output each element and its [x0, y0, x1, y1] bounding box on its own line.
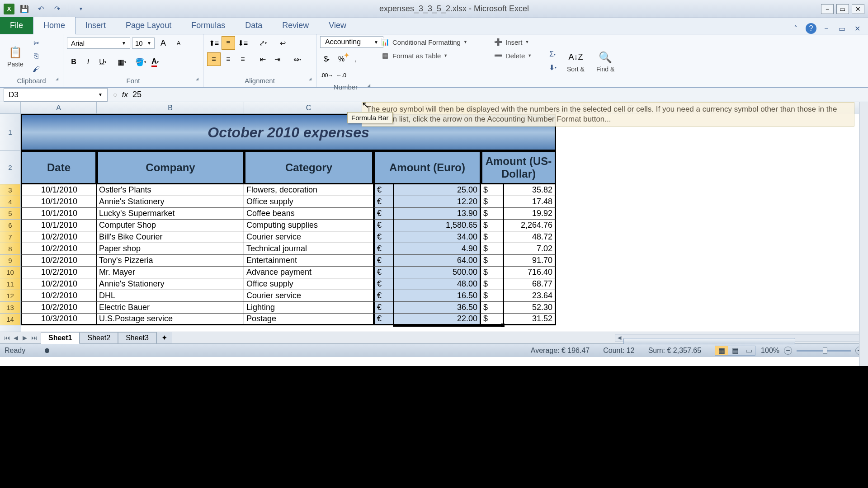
new-sheet-button[interactable]: ✦: [156, 332, 172, 344]
increase-decimal-icon[interactable]: .00→: [320, 69, 334, 82]
cell-date[interactable]: 10/2/2010: [21, 278, 97, 290]
align-center-icon[interactable]: ≡: [222, 52, 235, 66]
col-header-B[interactable]: B: [97, 102, 244, 114]
align-left-icon[interactable]: ≡: [207, 52, 221, 66]
decrease-decimal-icon[interactable]: ←.0: [335, 69, 348, 82]
cell-euro[interactable]: €36.50: [373, 302, 481, 314]
cell-euro[interactable]: €13.90: [373, 208, 481, 220]
sort-filter-button[interactable]: A↓Z Sort &: [563, 47, 588, 75]
tab-formulas[interactable]: Formulas: [181, 17, 235, 34]
delete-cells-button[interactable]: ➖Delete ▼: [492, 50, 539, 61]
conditional-formatting-button[interactable]: 📊Conditional Formatting ▼: [379, 36, 484, 48]
cell-category[interactable]: Office supply: [244, 278, 373, 290]
zoom-level[interactable]: 100%: [761, 347, 779, 355]
cell-euro[interactable]: €500.00: [373, 267, 481, 278]
first-sheet-icon[interactable]: ⏮: [3, 334, 11, 341]
cell-euro[interactable]: €12.20: [373, 196, 481, 208]
find-select-button[interactable]: 🔍 Find &: [593, 47, 618, 75]
bold-button[interactable]: B: [67, 55, 80, 69]
insert-cells-button[interactable]: ➕Insert ▼: [492, 36, 539, 48]
font-color-button[interactable]: A▾: [148, 55, 162, 69]
align-right-icon[interactable]: ≡: [236, 52, 250, 66]
cell-usd[interactable]: $716.40: [481, 267, 556, 278]
tab-home[interactable]: Home: [33, 17, 75, 34]
save-icon[interactable]: 💾: [18, 3, 31, 15]
cell-company[interactable]: Annie's Stationery: [97, 196, 244, 208]
fill-color-button[interactable]: 🪣▾: [134, 55, 147, 69]
cut-icon[interactable]: ✂: [30, 37, 42, 49]
cell-date[interactable]: 10/2/2010: [21, 255, 97, 267]
increase-font-icon[interactable]: A: [156, 36, 170, 50]
cell-usd[interactable]: $48.72: [481, 231, 556, 243]
cell-date[interactable]: 10/2/2010: [21, 267, 97, 278]
cell-euro[interactable]: €22.00: [373, 314, 481, 325]
cell-euro[interactable]: €4.90: [373, 243, 481, 255]
cell-usd[interactable]: $91.70: [481, 255, 556, 267]
align-middle-icon[interactable]: ≡: [222, 36, 235, 50]
cell-usd[interactable]: $23.64: [481, 290, 556, 302]
spreadsheet-grid[interactable]: A B C D E F G 1 2 3 4 5 6 7 8 9 10 11 12…: [0, 102, 868, 332]
cell-usd[interactable]: $2,264.76: [481, 220, 556, 231]
customize-qat-icon[interactable]: ▼: [75, 3, 87, 15]
sheet-tab-1[interactable]: Sheet1: [41, 332, 80, 344]
minimize-ribbon-icon[interactable]: ˄: [790, 23, 801, 34]
row-header[interactable]: 6: [0, 220, 21, 231]
formula-input[interactable]: 25: [132, 90, 142, 99]
sheet-tab-2[interactable]: Sheet2: [80, 332, 118, 344]
cell-date[interactable]: 10/1/2010: [21, 184, 97, 196]
copy-icon[interactable]: ⎘: [30, 50, 42, 62]
align-bottom-icon[interactable]: ⬇≡: [236, 36, 250, 50]
cell-date[interactable]: 10/1/2010: [21, 220, 97, 231]
italic-button[interactable]: I: [81, 55, 95, 69]
undo-icon[interactable]: ↶: [34, 3, 47, 15]
orientation-icon[interactable]: ⤢▾: [256, 36, 269, 50]
header-euro[interactable]: Amount (Euro): [373, 151, 481, 184]
row-header[interactable]: 13: [0, 302, 21, 314]
scroll-thumb[interactable]: [623, 338, 795, 344]
header-usd[interactable]: Amount (US-Dollar): [481, 151, 556, 184]
row-header[interactable]: 3: [0, 184, 21, 196]
align-top-icon[interactable]: ⬆≡: [207, 36, 221, 50]
cell-company[interactable]: Computer Shop: [97, 220, 244, 231]
last-sheet-icon[interactable]: ⏭: [30, 334, 38, 341]
tab-data[interactable]: Data: [235, 17, 272, 34]
cell-usd[interactable]: $68.77: [481, 278, 556, 290]
name-box[interactable]: D3▼: [4, 88, 108, 102]
mdi-restore-icon[interactable]: ▭: [836, 23, 847, 34]
prev-sheet-icon[interactable]: ◀: [12, 334, 20, 341]
autosum-icon[interactable]: Σ▾: [546, 48, 559, 60]
cell-company[interactable]: Bill's Bike Courier: [97, 231, 244, 243]
cell-usd[interactable]: $7.02: [481, 243, 556, 255]
select-all-corner[interactable]: [0, 102, 21, 114]
cell-date[interactable]: 10/3/2010: [21, 314, 97, 325]
next-sheet-icon[interactable]: ▶: [21, 334, 29, 341]
cell-euro[interactable]: €48.00: [373, 278, 481, 290]
number-format-select[interactable]: Accounting▼: [320, 36, 383, 48]
cell-date[interactable]: 10/2/2010: [21, 231, 97, 243]
col-header-A[interactable]: A: [21, 102, 97, 114]
cell-company[interactable]: Ostler's Plants: [97, 184, 244, 196]
zoom-out-button[interactable]: −: [784, 347, 792, 355]
redo-icon[interactable]: ↷: [51, 3, 63, 15]
cell-usd[interactable]: $31.52: [481, 314, 556, 325]
header-company[interactable]: Company: [97, 151, 244, 184]
cell-euro[interactable]: €1,580.65: [373, 220, 481, 231]
cell-company[interactable]: Tony's Pizzeria: [97, 255, 244, 267]
normal-view-icon[interactable]: ▦: [715, 346, 728, 355]
cell-euro[interactable]: €25.00: [373, 184, 481, 196]
tab-page-layout[interactable]: Page Layout: [116, 17, 181, 34]
decrease-font-icon[interactable]: A: [172, 36, 185, 50]
mdi-minimize-icon[interactable]: −: [821, 23, 832, 34]
mdi-close-icon[interactable]: ✕: [852, 23, 863, 34]
cell-date[interactable]: 10/2/2010: [21, 290, 97, 302]
minimize-button[interactable]: −: [821, 4, 834, 14]
cell-euro[interactable]: €34.00: [373, 231, 481, 243]
border-button[interactable]: ▦▾: [115, 55, 128, 69]
merge-center-icon[interactable]: ⇔▾: [290, 52, 304, 66]
cell-category[interactable]: Lighting: [244, 302, 373, 314]
cells-area[interactable]: October 2010 expenses Date Company Categ…: [21, 114, 868, 332]
font-name-select[interactable]: Arial▼: [67, 38, 130, 49]
help-icon[interactable]: ?: [806, 23, 816, 34]
maximize-button[interactable]: ▭: [836, 4, 849, 14]
zoom-slider[interactable]: [797, 350, 851, 352]
